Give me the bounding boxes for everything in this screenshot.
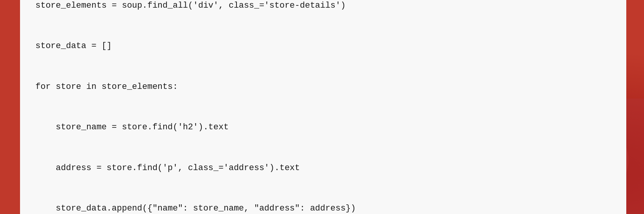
code-line-8: address = store.find('p', class_='addres… <box>35 161 611 175</box>
code-line-9: store_data.append({"name": store_name, "… <box>35 202 611 214</box>
code-line-5: store_data = [] <box>35 39 611 53</box>
code-container: Identify the HTML elements containing th… <box>18 0 626 214</box>
code-line-4: store_elements = soup.find_all('div', cl… <box>35 0 611 12</box>
code-line-7: store_name = store.find('h2').text <box>35 120 611 134</box>
code-block: Identify the HTML elements containing th… <box>35 0 611 214</box>
code-line-6: for store in store_elements: <box>35 80 611 94</box>
